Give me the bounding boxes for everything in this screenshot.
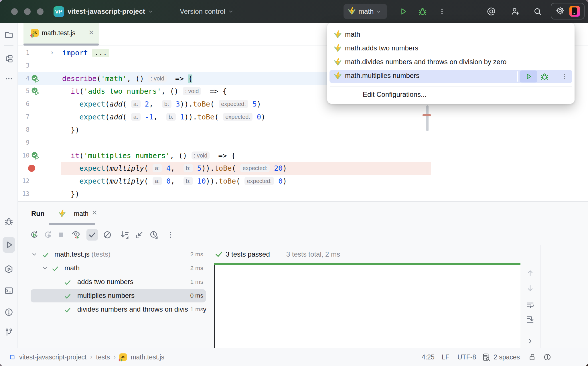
inline-hint: expected: bbox=[219, 100, 248, 108]
code-text: import ... bbox=[62, 46, 109, 59]
line-number: 5 bbox=[18, 85, 29, 98]
code-text: expect(multiply( a: 0, b: 10)).toBe( exp… bbox=[62, 175, 287, 188]
close-tab-icon[interactable]: ✕ bbox=[88, 29, 94, 36]
problems-tool-icon[interactable] bbox=[0, 306, 18, 318]
code-line: 9 bbox=[18, 136, 588, 149]
terminal-tool-icon[interactable] bbox=[0, 284, 18, 297]
show-ignored-button[interactable] bbox=[102, 229, 113, 241]
run-config-item[interactable]: math bbox=[329, 27, 572, 41]
lock-icon[interactable] bbox=[528, 348, 536, 366]
tree-console-divider[interactable] bbox=[213, 245, 213, 348]
inline-hint: : void bbox=[192, 151, 210, 160]
show-passed-button[interactable] bbox=[86, 229, 98, 241]
expand-chevron-icon[interactable] bbox=[32, 252, 37, 258]
test-console-output[interactable] bbox=[214, 265, 520, 348]
breadcrumb-item[interactable]: tests bbox=[96, 353, 110, 361]
js-test-file-icon: JS bbox=[119, 353, 127, 361]
test-tree-row[interactable]: math2 ms bbox=[18, 261, 230, 275]
run-test-gutter-icon[interactable] bbox=[31, 151, 40, 160]
add-user-icon[interactable] bbox=[509, 0, 522, 23]
expand-chevron-icon[interactable] bbox=[42, 265, 48, 272]
run-tool-icon[interactable] bbox=[0, 239, 18, 251]
account-avatar[interactable] bbox=[569, 6, 580, 17]
project-folder-tool-icon[interactable] bbox=[0, 29, 18, 41]
test-passed-icon bbox=[64, 306, 71, 315]
test-tree-row[interactable]: divides numbers and throws on division b… bbox=[18, 303, 230, 316]
line-number: 8 bbox=[18, 123, 29, 136]
line-number: 13 bbox=[18, 188, 29, 200]
debug-button[interactable] bbox=[416, 0, 429, 23]
navigate-with-single-click-button[interactable] bbox=[134, 229, 145, 241]
run-config-item[interactable]: math.divides numbers and throws on divis… bbox=[329, 55, 572, 69]
run-configuration-selector[interactable]: math bbox=[344, 4, 387, 19]
run-button[interactable] bbox=[397, 0, 409, 23]
test-passed-icon bbox=[52, 265, 59, 273]
test-tree-row[interactable]: math.test.js (tests)2 ms bbox=[18, 248, 230, 261]
line-number: 4 bbox=[18, 72, 29, 85]
scroll-to-end-icon[interactable] bbox=[525, 314, 535, 325]
breadcrumb-item[interactable]: math.test.js bbox=[131, 353, 164, 361]
more-button[interactable] bbox=[165, 229, 176, 241]
popup-run-button[interactable] bbox=[520, 70, 537, 82]
rerun-button[interactable] bbox=[29, 229, 40, 241]
active-tab-indicator bbox=[23, 44, 99, 46]
project-name-menu[interactable]: vitest-javascript-project bbox=[68, 0, 153, 23]
settings-gear-icon[interactable] bbox=[555, 6, 565, 17]
soft-wrap-icon[interactable] bbox=[525, 300, 535, 310]
breakpoint-icon[interactable] bbox=[28, 165, 35, 172]
run-config-item-label: math bbox=[345, 30, 360, 38]
stop-button bbox=[55, 229, 67, 241]
line-number: 12 bbox=[18, 175, 29, 188]
more-actions-button[interactable] bbox=[436, 0, 448, 23]
test-tree-row[interactable]: multiplies numbers0 ms bbox=[18, 289, 230, 303]
line-number: 10 bbox=[18, 149, 29, 162]
services-tool-icon[interactable] bbox=[0, 263, 18, 276]
indent-size[interactable]: 2 spaces bbox=[494, 348, 520, 366]
line-number bbox=[18, 162, 29, 175]
run-test-gutter-icon[interactable] bbox=[31, 74, 40, 83]
toggle-auto-test-button[interactable] bbox=[70, 229, 82, 241]
run-config-item[interactable]: math.adds two numbers bbox=[329, 41, 572, 55]
file-encoding[interactable]: UTF-8 bbox=[457, 348, 476, 366]
caret-position[interactable]: 4:25 bbox=[422, 348, 435, 366]
run-tab-label[interactable]: math bbox=[74, 210, 88, 218]
test-name: divides numbers and throws on division b… bbox=[77, 305, 207, 313]
more-horizontal-tool-icon[interactable] bbox=[0, 72, 18, 85]
inline-hint: a: bbox=[131, 100, 141, 108]
sort-by-status-button[interactable] bbox=[119, 229, 130, 241]
arrow-up-icon bbox=[525, 268, 535, 278]
project-logo[interactable]: VP bbox=[54, 6, 64, 17]
code-text: describe('math', () : void => { bbox=[62, 72, 192, 85]
vitest-icon bbox=[334, 30, 342, 40]
chevron-right-icon[interactable] bbox=[525, 336, 535, 346]
vcs-menu[interactable]: Version control bbox=[180, 0, 233, 23]
strip-separator bbox=[4, 45, 13, 46]
structure-tool-icon[interactable] bbox=[0, 52, 18, 65]
edit-configurations-item[interactable]: Edit Configurations... bbox=[363, 90, 427, 99]
test-tree-row[interactable]: adds two numbers1 ms bbox=[18, 275, 230, 289]
breadcrumb-item[interactable]: vitest-javascript-project bbox=[19, 353, 86, 361]
popup-more-button[interactable] bbox=[560, 72, 569, 81]
chevron-down-icon bbox=[229, 10, 233, 13]
fold-region-icon[interactable]: › bbox=[51, 46, 53, 59]
toolbar-separator bbox=[116, 230, 116, 239]
close-run-tab-icon[interactable]: ✕ bbox=[92, 209, 97, 216]
run-test-gutter-icon[interactable] bbox=[31, 87, 40, 96]
search-icon[interactable] bbox=[531, 0, 544, 23]
line-ending[interactable]: LF bbox=[442, 348, 449, 366]
ai-assistant-icon[interactable] bbox=[485, 0, 498, 23]
vitest-icon bbox=[58, 209, 66, 219]
sort-by-duration-button[interactable] bbox=[148, 229, 159, 241]
popup-button-divider bbox=[517, 71, 518, 82]
zoom-window-button[interactable] bbox=[37, 8, 44, 15]
editor-tab-math-test-js[interactable]: JS math.test.js ✕ bbox=[23, 23, 99, 44]
event-log-icon[interactable] bbox=[543, 348, 551, 366]
inline-hint: b: bbox=[183, 164, 193, 172]
git-tool-icon[interactable] bbox=[0, 326, 18, 339]
minimize-window-button[interactable] bbox=[24, 8, 31, 15]
debug-tool-icon[interactable] bbox=[0, 215, 18, 228]
popup-debug-button[interactable] bbox=[540, 72, 549, 81]
close-window-button[interactable] bbox=[11, 8, 18, 15]
run-tool-window: Run math ✕ math.test.js (tests)2 msmath2… bbox=[18, 201, 588, 348]
code-line: 13 }) bbox=[18, 188, 588, 200]
